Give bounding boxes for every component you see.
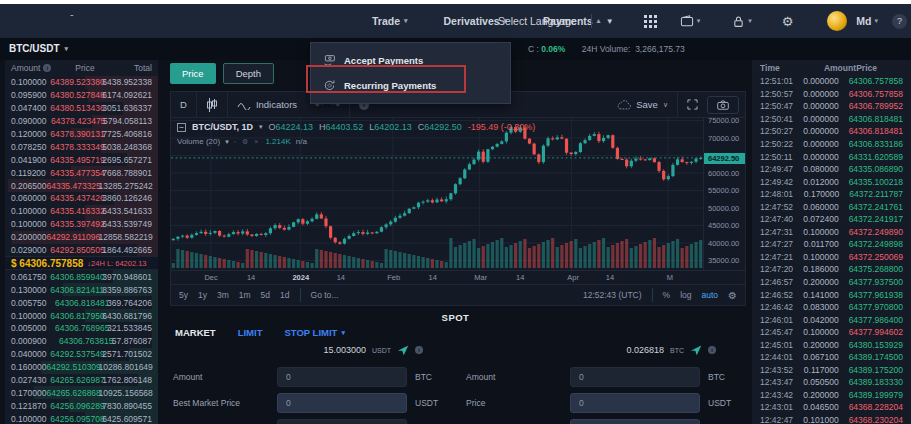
axis-settings-gear-icon[interactable]: ⚙ xyxy=(728,290,737,301)
orderbook-bid-row[interactable]: 0.00500064306.768965321.533845 xyxy=(5,322,158,335)
orderbook-ask-row[interactable]: 0.11920064335.4773547668.788901 xyxy=(5,166,158,179)
orderbook-bid-row[interactable]: 0.10000064306.8179506430.681796 xyxy=(5,309,158,322)
orderbook-bid-row[interactable]: 0.00090064306.76381557.876087 xyxy=(5,335,158,348)
orderbook-bid-row[interactable]: 0.10000064256.0957086425.609571 xyxy=(5,412,158,424)
chevron-down-icon: ▾ xyxy=(404,17,408,25)
order-type-tabs: MARKET LIMIT STOP LIMIT▾ xyxy=(175,327,345,338)
orderbook-ask-row[interactable]: 0.07825064378.3333495038.248368 xyxy=(5,140,158,153)
sell-amount-input[interactable] xyxy=(570,367,700,387)
scale-log-button[interactable]: log xyxy=(680,290,691,300)
info-icon[interactable]: i xyxy=(415,346,423,354)
scale-auto-button[interactable]: auto xyxy=(701,290,718,300)
scale-percent-button[interactable]: % xyxy=(663,290,671,300)
chart-clock[interactable]: 12:52:43 (UTC) xyxy=(583,290,642,300)
orderbook-bid-row[interactable]: 0.13000064306.8214118359.886763 xyxy=(5,283,158,296)
orderbook-bid-row[interactable]: 0.02743064265.6269871762.806148 xyxy=(5,374,158,387)
interval-button[interactable]: D xyxy=(171,92,196,117)
orderbook-bid-row[interactable]: 0.16000064292.51030910286.801649 xyxy=(5,361,158,374)
language-caret-icon[interactable]: ▼ xyxy=(606,17,614,26)
timeframe-5y[interactable]: 5y xyxy=(179,290,188,300)
study-controls-icons[interactable]: ◦ ⚙ × xyxy=(234,138,261,146)
orderbook-ask-row[interactable]: 0.20650064335.47332513285.275242 xyxy=(5,179,158,192)
timeframe-group: 5y1y3m1m5d1d xyxy=(179,290,290,300)
trade-row: 12:46:010.04200064377.986400 xyxy=(752,313,911,326)
help-icon[interactable]: ? xyxy=(892,14,907,29)
buy-balance: 15.003000 USDT i xyxy=(173,343,449,357)
orderbook-ask-row[interactable]: 0.09590064380.5278486174.092621 xyxy=(5,89,158,102)
divider xyxy=(591,14,592,28)
last-price: $ 64306.757858 xyxy=(11,258,83,269)
time-axis[interactable]: Dec14202414Feb14Mar14Apr14M xyxy=(171,270,745,284)
ohlc-open: 64224.13 xyxy=(276,122,314,132)
sell-total-price-input[interactable] xyxy=(570,419,700,424)
orderbook-bid-row[interactable]: 0.12187064256.0962897830.890455 xyxy=(5,399,158,412)
camera-icon[interactable] xyxy=(707,96,739,114)
trade-row: 12:46:520.14100064377.961938 xyxy=(752,288,911,301)
nav-trade[interactable]: Trade▾ xyxy=(372,15,408,27)
timeframe-1m[interactable]: 1m xyxy=(239,290,251,300)
buy-total-price-input[interactable] xyxy=(277,419,407,424)
orderbook-bid-row[interactable]: 0.04000064292.5375492571.701502 xyxy=(5,348,158,361)
timeframe-5d[interactable]: 5d xyxy=(261,290,270,300)
wave-icon xyxy=(237,100,251,110)
gear-icon[interactable]: ⚙ xyxy=(782,14,794,29)
orderbook-ask-row[interactable]: 0.10000064389.5233806438.952338 xyxy=(5,76,158,89)
user-menu[interactable]: Md ▾ xyxy=(827,11,878,31)
trade-row: 12:43:520.11700064389.175200 xyxy=(752,364,911,377)
orderbook-ask-row[interactable]: 0.04190064335.4957192695.657271 xyxy=(5,153,158,166)
fullscreen-icon[interactable] xyxy=(678,92,707,117)
tab-price[interactable]: Price xyxy=(170,63,216,84)
indicators-button[interactable]: Indicators xyxy=(228,92,306,117)
pair-selector[interactable]: BTC/USDT▾ xyxy=(9,43,68,54)
timeframe-1y[interactable]: 1y xyxy=(198,290,207,300)
buy-amount-input[interactable] xyxy=(277,367,407,387)
orderbook-bid-row[interactable]: 0.17000064265.62686810925.156568 xyxy=(5,386,158,399)
orderbook-asks: 0.10000064389.5233806438.9523380.0959006… xyxy=(5,76,158,256)
info-icon[interactable]: i xyxy=(708,346,716,354)
buy-best-market-price-input[interactable] xyxy=(277,393,407,413)
orderbook-ask-row[interactable]: 0.06000064335.4374263860.126246 xyxy=(5,192,158,205)
orderbook-bid-row[interactable]: 0.00575064306.818481369.764206 xyxy=(5,296,158,309)
collapse-icon[interactable] xyxy=(177,123,186,132)
wallet-icon[interactable]: ▾ xyxy=(680,15,701,27)
trade-row: 12:42:470.10100064368.230204 xyxy=(752,414,911,424)
trade-row: 12:47:270.01170064372.249898 xyxy=(752,238,911,251)
orderbook-ask-row[interactable]: 0.02900064292.8505051864.492665 xyxy=(5,244,158,257)
tab-stop-limit[interactable]: STOP LIMIT▾ xyxy=(284,327,344,338)
orderbook-ask-row[interactable]: 0.09000064378.4234755794.058113 xyxy=(5,115,158,128)
orderbook-ask-row[interactable]: 0.10000064335.4163326433.541633 xyxy=(5,205,158,218)
chevron-down-icon[interactable]: ▾ xyxy=(259,123,263,131)
trade-row: 12:45:470.10000064377.994602 xyxy=(752,326,911,339)
trade-row: 12:50:220.00000064306.833186 xyxy=(752,138,911,151)
menu-item-accept-payments[interactable]: Accept Payments xyxy=(311,48,510,73)
sell-balance-value: 0.026818 xyxy=(626,345,664,355)
timeframe-3m[interactable]: 3m xyxy=(217,290,229,300)
price-tick: 35000.00 xyxy=(708,256,739,265)
info-icon[interactable]: i xyxy=(43,64,51,72)
orderbook-ask-row[interactable]: 0.20000064292.91109612858.582219 xyxy=(5,231,158,244)
sell-price-input[interactable] xyxy=(570,393,700,413)
goto-button[interactable]: Go to... xyxy=(311,290,339,300)
menu-item-recurring-payments[interactable]: Recurring Payments xyxy=(311,73,510,98)
orderbook-ask-row[interactable]: 0.04740064380.5134363051.636337 xyxy=(5,102,158,115)
tab-limit[interactable]: LIMIT xyxy=(238,327,263,338)
timeframe-1d[interactable]: 1d xyxy=(280,290,289,300)
lock-icon[interactable]: ▾ xyxy=(732,15,752,28)
price-axis[interactable]: 75000.0070000.0060000.0055000.0050000.00… xyxy=(703,118,745,270)
save-button[interactable]: Save∨ xyxy=(608,92,677,117)
candle-style-button[interactable] xyxy=(197,92,227,117)
trade-row: 12:47:310.10000064372.249890 xyxy=(752,226,911,239)
trade-row: 12:51:010.00000064306.757858 xyxy=(752,75,911,88)
orderbook-bid-row[interactable]: 0.06175064306.8599403970.948601 xyxy=(5,270,158,283)
transfer-pointer-icon[interactable] xyxy=(690,344,702,356)
ticker-stats: C : 0.06% 24H Volume: 3,266,175.73 xyxy=(528,44,685,54)
buy-form: 15.003000 USDT i Amount BTC Best Market … xyxy=(173,343,449,424)
orderbook-ask-row[interactable]: 0.12000064378.3901317725.406816 xyxy=(5,128,158,141)
chevron-down-icon[interactable]: ▾ xyxy=(225,138,229,146)
transfer-pointer-icon[interactable] xyxy=(397,344,409,356)
tab-depth[interactable]: Depth xyxy=(223,63,274,84)
select-language[interactable]: Select Language xyxy=(498,15,577,27)
orderbook-ask-row[interactable]: 0.10000064335.3974926433.539749 xyxy=(5,218,158,231)
tab-market[interactable]: MARKET xyxy=(175,327,216,338)
orderbook-bids: 0.06175064306.8599403970.9486010.1300006… xyxy=(5,270,158,424)
